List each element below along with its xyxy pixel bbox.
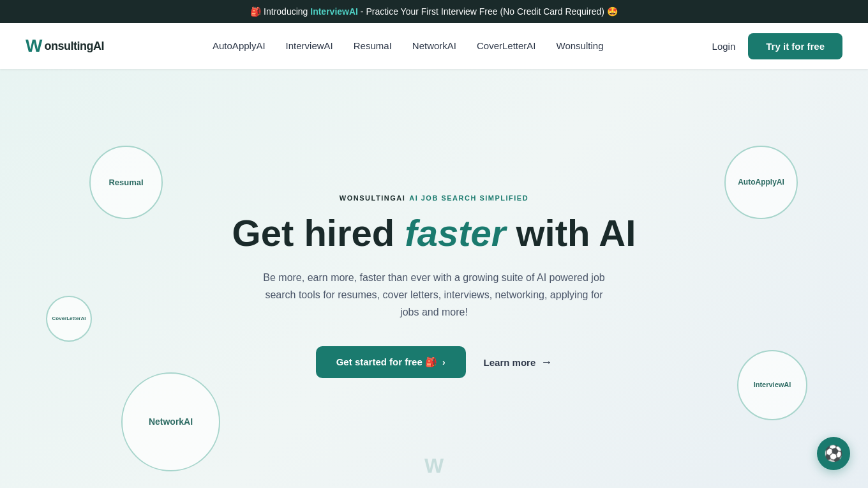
announcement-bar: 🎒 Introducing InterviewAI - Practice You… bbox=[0, 0, 868, 23]
logo-text: onsultingAI bbox=[44, 40, 103, 53]
learn-more-label: Learn more bbox=[484, 357, 536, 368]
main-nav: W onsultingAI AutoApplyAIInterviewAIResu… bbox=[0, 23, 868, 69]
announcement-link[interactable]: InterviewAI bbox=[310, 6, 358, 17]
learn-more-arrow-icon: → bbox=[541, 356, 552, 369]
nav-link-nav-interviewai[interactable]: InterviewAI bbox=[286, 40, 333, 51]
circle-interviewai: InterviewAI bbox=[737, 350, 807, 420]
heading-get: Get hired bbox=[232, 212, 405, 254]
logo-w-icon: W bbox=[26, 36, 41, 56]
heading-with-ai: with AI bbox=[505, 212, 636, 254]
bottom-watermark: W bbox=[424, 454, 444, 478]
learn-more-link[interactable]: Learn more → bbox=[484, 356, 553, 369]
nav-right: Login Try it for free bbox=[712, 33, 842, 59]
nav-logo[interactable]: W onsultingAI bbox=[26, 36, 104, 56]
circle-resumai: ResumaI bbox=[89, 146, 163, 219]
circle-coverletterai: CoverLetterAI bbox=[46, 296, 92, 342]
try-free-button[interactable]: Try it for free bbox=[748, 33, 842, 59]
circle-networkai: NetworkAI bbox=[121, 372, 220, 471]
cta-row: Get started for free 🎒 › Learn more → bbox=[316, 346, 553, 378]
hero-heading: Get hired faster with AI bbox=[232, 213, 636, 254]
chat-icon: ⚽ bbox=[824, 445, 843, 462]
nav-link-nav-autoapplyai[interactable]: AutoApplyAI bbox=[213, 40, 266, 51]
login-link[interactable]: Login bbox=[712, 41, 736, 52]
nav-link-nav-resumai[interactable]: ResumaI bbox=[354, 40, 392, 51]
badge-brand: WonsultingAI bbox=[340, 194, 405, 202]
announcement-suffix: - Practice Your First Interview Free (No… bbox=[361, 6, 618, 17]
chat-widget[interactable]: ⚽ bbox=[817, 437, 850, 470]
get-started-label: Get started for free 🎒 bbox=[336, 356, 437, 368]
announcement-prefix: 🎒 Introducing bbox=[250, 6, 310, 17]
nav-link-nav-networkai[interactable]: NetworkAI bbox=[412, 40, 456, 51]
hero-badge: WonsultingAI AI JOB SEARCH SIMPLIFIED bbox=[340, 194, 528, 202]
nav-link-nav-wonsulting[interactable]: Wonsulting bbox=[557, 40, 604, 51]
nav-links: AutoApplyAIInterviewAIResumaINetworkAICo… bbox=[213, 40, 603, 52]
get-started-arrow-icon: › bbox=[442, 357, 445, 367]
circle-autoapplyai: AutoApplyAI bbox=[724, 146, 798, 219]
hero-subtext: Be more, earn more, faster than ever wit… bbox=[255, 269, 613, 321]
watermark-text: W bbox=[424, 454, 444, 477]
badge-suffix: AI JOB SEARCH SIMPLIFIED bbox=[409, 194, 528, 202]
nav-link-nav-coverletterai[interactable]: CoverLetterAI bbox=[477, 40, 536, 51]
get-started-button[interactable]: Get started for free 🎒 › bbox=[316, 346, 466, 378]
heading-faster: faster bbox=[405, 212, 505, 254]
hero-section: ResumaI AutoApplyAI CoverLetterAI Networ… bbox=[0, 69, 868, 488]
